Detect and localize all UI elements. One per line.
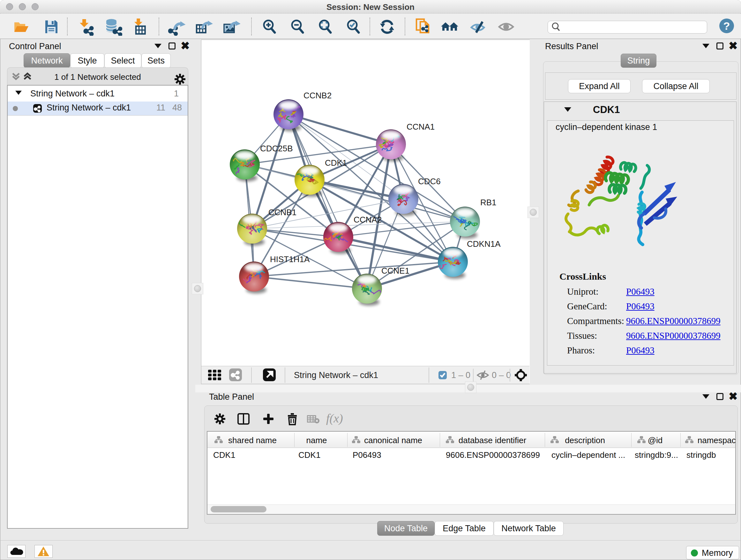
svg-text:CCNA2: CCNA2: [354, 215, 382, 225]
svg-text:CDC25B: CDC25B: [260, 144, 293, 153]
svg-text:CCNA1: CCNA1: [407, 122, 434, 132]
svg-text:CDK1: CDK1: [325, 158, 347, 168]
svg-text:CCNB1: CCNB1: [268, 207, 296, 217]
svg-text:CCNB2: CCNB2: [304, 91, 332, 100]
svg-text:CCNE1: CCNE1: [381, 266, 409, 275]
svg-text:CDC6: CDC6: [418, 177, 441, 186]
svg-text:CDKN1A: CDKN1A: [467, 239, 501, 249]
svg-text:RB1: RB1: [480, 198, 496, 207]
svg-text:HIST1H1A: HIST1H1A: [270, 254, 310, 264]
